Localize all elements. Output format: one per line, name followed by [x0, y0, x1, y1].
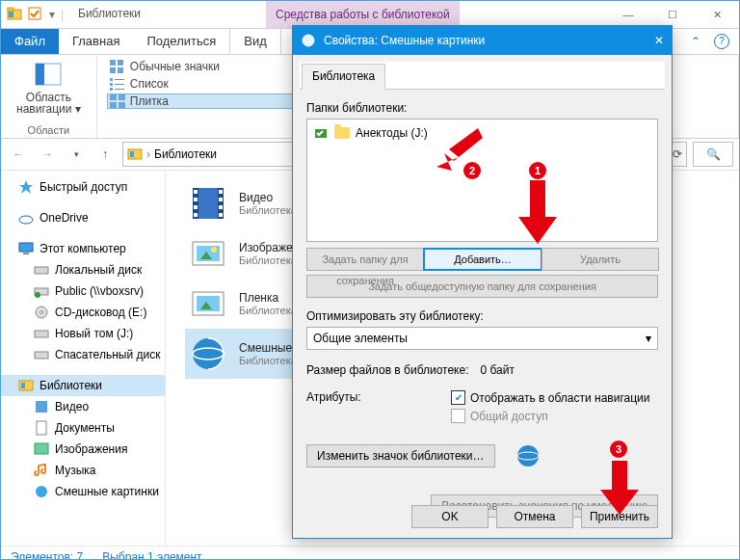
svg-marker-82 — [600, 461, 639, 515]
svg-rect-2 — [9, 12, 13, 17]
nav-lib-music[interactable]: Музыка — [1, 460, 165, 481]
library-icon-preview — [515, 442, 542, 469]
ok-button[interactable]: OK — [411, 505, 489, 528]
library-folders-label: Папки библиотеки: — [306, 101, 658, 115]
annotation-arrow-3 — [600, 461, 639, 519]
nav-cd-drive[interactable]: CD-дисковод (E:) — [1, 302, 165, 323]
annotation-badge-3: 3 — [610, 440, 627, 458]
images-library-icon — [189, 234, 227, 273]
nav-quick-access[interactable]: Быстрый доступ — [1, 176, 165, 198]
cancel-button[interactable]: Отмена — [496, 505, 573, 528]
tab-home[interactable]: Главная — [59, 29, 133, 54]
svg-rect-63 — [219, 198, 223, 201]
nav-lib-images[interactable]: Изображения — [1, 439, 165, 460]
nav-public-share[interactable]: Public (\\vboxsrv) — [1, 280, 165, 302]
nav-libraries[interactable]: Библиотеки — [1, 375, 165, 396]
check-icon — [313, 125, 329, 141]
svg-rect-18 — [110, 83, 113, 86]
search-box[interactable]: 🔍 — [693, 142, 733, 167]
checkbox-shared[interactable]: Общий доступ — [451, 409, 649, 423]
chevron-down-icon: ▾ — [75, 102, 81, 116]
globe-icon — [34, 484, 49, 499]
svg-rect-62 — [219, 190, 223, 194]
svg-marker-81 — [518, 180, 557, 244]
libraries-icon — [127, 147, 143, 162]
svg-rect-53 — [35, 443, 48, 454]
add-folder-button[interactable]: Добавить… — [423, 248, 542, 271]
svg-point-69 — [211, 247, 217, 253]
svg-point-44 — [35, 292, 40, 298]
picture-icon — [34, 441, 49, 457]
svg-rect-27 — [119, 94, 125, 100]
svg-rect-51 — [36, 401, 47, 413]
nav-rescue-disk[interactable]: Спасательный диск — [1, 344, 165, 365]
recent-locations-icon[interactable]: ▾ — [65, 143, 88, 166]
svg-point-46 — [40, 311, 43, 314]
chevron-down-icon: ▾ — [646, 332, 651, 345]
navigation-pane: Быстрый доступ OneDrive Этот компьютер Л… — [1, 171, 166, 546]
svg-rect-9 — [118, 67, 123, 73]
nav-lib-funny-pictures[interactable]: Смешные картинки — [1, 481, 165, 502]
dialog-tab-library[interactable]: Библиотека — [302, 64, 385, 90]
svg-rect-29 — [119, 102, 125, 108]
svg-point-39 — [19, 216, 33, 224]
svg-rect-37 — [130, 151, 134, 157]
forward-button[interactable]: → — [36, 143, 59, 166]
nav-this-pc[interactable]: Этот компьютер — [1, 238, 165, 259]
window-title: Библиотеки — [78, 7, 141, 20]
change-library-icon-button[interactable]: Изменить значок библиотеки… — [306, 444, 495, 467]
svg-rect-59 — [194, 198, 198, 201]
document-icon — [34, 420, 49, 436]
nav-lib-documents[interactable]: Документы — [1, 417, 165, 439]
optimize-combo[interactable]: Общие элементы▾ — [306, 327, 658, 350]
svg-rect-48 — [35, 352, 48, 359]
nav-local-disk[interactable]: Локальный диск — [1, 259, 165, 280]
explorer-window: ▾ | Библиотеки Средства работы с библиот… — [0, 0, 740, 560]
svg-rect-17 — [115, 79, 124, 80]
svg-rect-60 — [194, 205, 198, 209]
drive-icon — [34, 262, 49, 278]
globe-library-icon — [189, 334, 227, 373]
annotation-badge-1: 1 — [529, 162, 546, 179]
help-icon[interactable]: ? — [714, 34, 729, 49]
folder-icon — [334, 127, 350, 139]
minimize-button[interactable]: — — [606, 1, 650, 28]
qat-dropdown-icon[interactable]: ▾ — [49, 8, 55, 21]
annotation-arrow-1 — [518, 180, 557, 248]
app-icon — [7, 7, 22, 22]
tab-file[interactable]: Файл — [1, 29, 59, 54]
ribbon-collapse-icon[interactable]: ⌃ — [691, 35, 700, 48]
breadcrumb-libraries[interactable]: Библиотеки — [154, 147, 217, 161]
tab-view[interactable]: Вид — [229, 28, 281, 54]
breadcrumb-chevron[interactable]: › — [146, 147, 150, 161]
svg-rect-52 — [37, 421, 46, 435]
star-icon — [18, 179, 34, 195]
up-button[interactable]: ↑ — [93, 143, 117, 166]
svg-rect-20 — [110, 88, 113, 91]
svg-rect-64 — [219, 205, 223, 209]
library-size-value: 0 байт — [481, 363, 515, 377]
svg-rect-19 — [115, 84, 124, 85]
maximize-button[interactable]: ☐ — [650, 1, 695, 28]
nav-onedrive[interactable]: OneDrive — [1, 207, 165, 228]
network-drive-icon — [34, 283, 49, 299]
video-library-icon — [189, 184, 227, 223]
close-button[interactable]: ✕ — [695, 1, 739, 28]
nav-lib-video[interactable]: Видео — [1, 396, 165, 417]
status-selection: Выбран 1 элемент — [102, 550, 201, 560]
checkbox-show-in-nav[interactable]: Отображать в области навигации — [451, 390, 649, 405]
svg-rect-58 — [194, 190, 198, 194]
tab-share[interactable]: Поделиться — [133, 29, 229, 54]
nav-new-volume[interactable]: Новый том (J:) — [1, 323, 165, 344]
refresh-icon[interactable]: ⟳ — [673, 147, 682, 161]
dialog-titlebar[interactable]: Свойства: Смешные картинки ✕ — [293, 26, 672, 55]
optimize-label: Оптимизировать эту библиотеку: — [306, 309, 658, 323]
nav-pane-button[interactable]: Областьнавигации ▾ — [11, 59, 87, 119]
dialog-close-button[interactable]: ✕ — [654, 34, 664, 47]
film-icon — [34, 399, 49, 414]
context-tab-library-tools[interactable]: Средства работы с библиотекой — [266, 1, 460, 28]
back-button[interactable]: ← — [7, 143, 30, 166]
annotation-badge-2: 2 — [463, 162, 481, 179]
music-icon — [34, 463, 49, 478]
qat-checkbox-icon[interactable] — [28, 7, 43, 22]
